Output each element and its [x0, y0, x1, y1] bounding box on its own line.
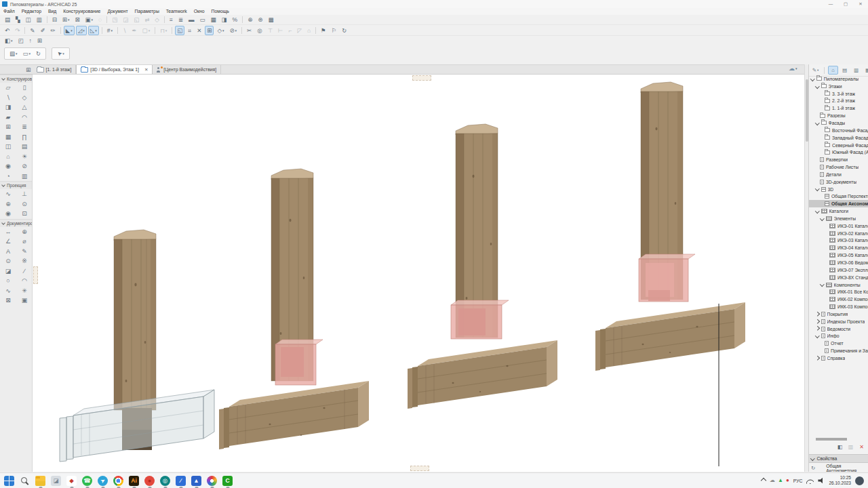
chevron-down-icon[interactable]: ▾ — [817, 68, 818, 72]
label-tool[interactable]: ✎ — [16, 247, 33, 257]
gravity-icon[interactable]: ◣▾ — [64, 26, 75, 35]
suspend-groups-icon[interactable]: ⊓▾ — [158, 26, 169, 35]
inject-parameters-icon[interactable]: ✐ — [38, 26, 47, 35]
bring-forward-icon[interactable]: ≡ — [167, 15, 175, 24]
column-tool[interactable]: ◨ — [0, 102, 16, 113]
chevron-down-icon[interactable]: ▾ — [92, 18, 94, 22]
chevron-closed-icon[interactable] — [815, 312, 819, 316]
properties-section-header[interactable]: Свойства — [809, 454, 868, 463]
edit-d-icon[interactable]: ◸ — [295, 26, 304, 35]
nav-item[interactable]: ИКЭ-05 Каталог Объем — [809, 251, 868, 259]
nav-item[interactable]: ИКЭ-06 Ведомость Пр — [809, 259, 868, 266]
pick-up-parameters-icon[interactable]: ✎ — [28, 26, 37, 35]
volume-icon[interactable] — [818, 478, 825, 484]
nav-item[interactable]: Инфо — [809, 333, 868, 340]
redo-icon[interactable]: ↷ — [13, 26, 22, 35]
rebuild-icon[interactable]: ◌ — [96, 15, 104, 24]
nav-item[interactable]: Пиломатериалы — [809, 75, 868, 83]
start-button[interactable] — [1, 473, 17, 488]
radial-dimension-tool[interactable]: ⌀ — [16, 237, 33, 247]
nav-item[interactable]: Рабочие Листы — [809, 163, 868, 171]
circle-tool[interactable]: ○ — [0, 276, 16, 286]
nav-item[interactable]: ИКК-03 Компоненты п — [809, 303, 868, 310]
paste-icon[interactable]: ⊞▾ — [60, 15, 72, 24]
chevron-down-icon[interactable]: ▾ — [149, 28, 151, 33]
drive-sync-icon[interactable]: ▲ — [778, 477, 783, 484]
chevron-open-icon[interactable] — [815, 121, 819, 125]
fillet-icon[interactable]: ◇▾ — [215, 26, 226, 35]
lamp-tool[interactable]: ☀ — [16, 152, 33, 162]
layer-settings-icon[interactable]: ◨ — [220, 15, 229, 24]
clone-folder-button[interactable]: ▥ — [846, 443, 855, 451]
update-zones-icon[interactable]: ⊕ — [245, 15, 254, 24]
onedrive-icon[interactable]: ☁ — [770, 477, 775, 484]
nav-item[interactable]: Примечания и Заметки — [809, 347, 868, 354]
nav-item[interactable]: Северный Фасад (Автома — [809, 142, 868, 149]
3d-viewport[interactable] — [33, 75, 804, 472]
scale-icon[interactable]: % — [231, 15, 240, 24]
edit-b-icon[interactable]: ⊢ — [276, 26, 285, 35]
search-button[interactable] — [17, 473, 33, 488]
chevron-open-icon[interactable] — [820, 282, 824, 286]
section-tool[interactable]: ∿ — [0, 189, 16, 199]
marquee-options-icon[interactable]: ▢▾ — [140, 26, 153, 35]
app-mountain-icon[interactable]: ▲ — [189, 473, 204, 488]
opening-tool[interactable]: ⊘ — [16, 161, 33, 171]
nav-item[interactable]: Западный Фасад (Автома — [809, 134, 868, 142]
clock[interactable]: 10:25 26.10.2023 — [829, 475, 851, 486]
tab-2[interactable]: [3D / Выборка, Этаж 1]✕ — [76, 65, 153, 74]
nav-item[interactable]: Индексы Проекта — [809, 318, 868, 325]
notification-badge-icon[interactable]: ● — [786, 477, 789, 484]
chevron-down-icon[interactable]: ▾ — [235, 28, 237, 33]
snap-grid-icon[interactable]: #▾ — [105, 26, 115, 35]
ungroup-icon[interactable]: ◲ — [121, 15, 130, 24]
nav-item[interactable]: Ведомости — [809, 325, 868, 333]
notification-center-icon[interactable] — [855, 476, 864, 485]
home-story-icon[interactable]: ⌂ — [305, 26, 313, 35]
adjust-icon[interactable]: ⊞ — [205, 26, 214, 35]
chevron-down-icon[interactable]: ▾ — [68, 18, 70, 22]
chevron-down-icon[interactable]: ▾ — [95, 28, 97, 33]
illustrator-icon[interactable]: Ai — [126, 473, 142, 488]
send-backward-icon[interactable]: ≣ — [176, 15, 185, 24]
tray-overflow-chevron-icon[interactable] — [761, 478, 766, 483]
orient-view-icon[interactable]: ▭▾ — [21, 49, 33, 58]
elevation-tool[interactable]: ⊥ — [16, 189, 33, 199]
line-tool[interactable]: ∕ — [16, 266, 33, 277]
nav-item[interactable]: Детали — [809, 171, 868, 178]
menu-файл[interactable]: Файл — [0, 8, 18, 15]
chevron-open-icon[interactable] — [815, 84, 819, 88]
nav-item[interactable]: Отчет — [809, 340, 868, 347]
chevron-open-icon[interactable] — [820, 216, 824, 220]
skylight-tool[interactable]: △ — [16, 102, 33, 113]
nav-item[interactable]: ИКЭ-02 Каталог Всех П — [809, 230, 868, 237]
chevron-down-icon[interactable]: ▾ — [111, 28, 113, 33]
flag-start-icon[interactable]: ⚑ — [319, 26, 328, 35]
move-up-level-icon[interactable]: ↑ — [27, 36, 34, 45]
roof-tool[interactable]: ⊞ — [0, 122, 16, 132]
chevron-closed-icon[interactable] — [815, 356, 819, 360]
distribute-icon[interactable]: ▭ — [198, 15, 208, 24]
nav-item[interactable]: Развертки — [809, 156, 868, 163]
fit-in-window-icon[interactable]: ↻ — [34, 49, 43, 58]
nav-item[interactable]: Элементы — [809, 215, 868, 222]
toolbox-section-header[interactable]: Документирование — [0, 219, 32, 227]
level-dimension-tool[interactable]: ⊕ — [16, 227, 33, 237]
photos-app-icon[interactable]: ◪ — [48, 473, 64, 488]
door-tool[interactable]: ▯ — [16, 83, 33, 93]
schedule-icon[interactable]: ⊞ — [35, 36, 44, 45]
save-current-view-icon[interactable]: ▣▾ — [83, 15, 96, 24]
project-map-button[interactable]: ⌂ — [828, 66, 838, 75]
beam-tool[interactable]: ∖ — [0, 93, 16, 103]
undo-icon[interactable]: ↶ — [3, 26, 12, 35]
interior-elevation-tool[interactable]: ⊕ — [0, 199, 16, 209]
refresh-icon[interactable]: ↻ — [811, 465, 815, 471]
nav-item[interactable]: ИКЭ-8Х Стандартный — [809, 274, 868, 281]
chevron-open-icon[interactable] — [815, 209, 819, 213]
mesh-tool[interactable]: ▦ — [0, 132, 16, 142]
menu-параметры[interactable]: Параметры — [132, 8, 163, 15]
toolbox-section-header[interactable]: Проекция — [0, 181, 32, 189]
arrow-tool[interactable]: ➤▾ — [55, 49, 66, 58]
angle-dimension-tool[interactable]: ∠ — [0, 237, 16, 247]
library-manager-icon[interactable]: ◫ — [24, 15, 33, 24]
